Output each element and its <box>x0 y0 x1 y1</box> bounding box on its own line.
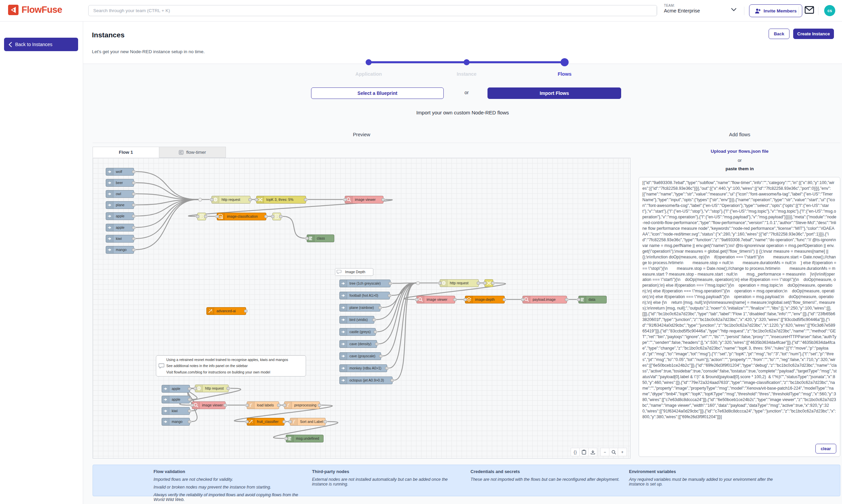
flow-node-load labels[interactable]: fload labels <box>247 401 279 409</box>
flow-node-monkey (rdbu A0>1)[interactable]: monkey (rdbu A0>1) <box>339 364 387 372</box>
output-port[interactable] <box>188 398 191 401</box>
import-flows-button[interactable]: Import Flows <box>488 88 621 99</box>
step-dot-flows[interactable] <box>561 58 568 66</box>
flow-node-castle (greys)[interactable]: castle (greys) <box>339 328 376 336</box>
output-port[interactable] <box>453 298 457 301</box>
flowfuse-logo[interactable]: FlowFuse <box>8 5 62 15</box>
input-port[interactable] <box>463 298 467 301</box>
input-port[interactable] <box>305 237 309 240</box>
flow-preview-canvas[interactable]: Using a retrained resnet model trained t… <box>92 158 631 458</box>
output-port[interactable] <box>304 198 308 201</box>
output-port[interactable] <box>323 420 327 423</box>
flow-node-preprocessing[interactable]: fpreprocessing <box>284 401 320 409</box>
input-port[interactable] <box>344 198 347 201</box>
flow-node-plane[interactable]: plane <box>106 201 134 209</box>
output-port[interactable] <box>132 181 135 184</box>
flow-node-cave (density)[interactable]: cave (density) <box>339 340 377 348</box>
input-port[interactable] <box>415 298 419 301</box>
flow-node-wolf[interactable]: wolf <box>106 168 134 176</box>
flow-node-advanced-ai[interactable]: advanced-ai <box>206 307 246 315</box>
output-port[interactable] <box>204 215 207 218</box>
input-port[interactable] <box>245 420 249 423</box>
output-port[interactable] <box>188 420 191 423</box>
back-to-instances-button[interactable]: Back to Instances <box>4 38 78 51</box>
back-button[interactable]: Back <box>769 29 789 39</box>
invite-members-button[interactable]: Invite Members <box>749 4 802 17</box>
flow-node-small1[interactable] <box>197 213 206 220</box>
input-port[interactable] <box>483 282 487 285</box>
flow-node-msg.undefined[interactable]: msg.undefined <box>286 435 323 443</box>
notifications-mail-icon[interactable] <box>805 6 814 14</box>
flow-node-owl[interactable]: owl <box>106 190 134 198</box>
flow-node-apple[interactable]: apple <box>162 396 190 403</box>
flow-node-apple[interactable]: apple <box>106 212 134 220</box>
download-icon[interactable] <box>588 448 597 456</box>
flow-node-bird (viridis)[interactable]: bird (viridis) <box>339 316 374 324</box>
flow-node-football (hot A1>0)[interactable]: football (hot A1>0) <box>339 292 390 300</box>
clipboard-icon[interactable] <box>579 448 589 456</box>
output-port[interactable] <box>132 215 135 218</box>
output-port[interactable] <box>565 298 568 301</box>
team-search-input[interactable] <box>88 5 657 16</box>
flow-node-small2[interactable] <box>273 213 281 220</box>
output-port[interactable] <box>282 420 286 423</box>
zoom-out-icon[interactable]: − <box>600 448 609 456</box>
output-port[interactable] <box>375 342 379 345</box>
input-port[interactable] <box>245 404 249 407</box>
input-port[interactable] <box>271 215 275 218</box>
user-avatar[interactable]: cs <box>824 5 835 16</box>
input-port[interactable] <box>438 282 442 285</box>
flow-node-image-classification[interactable]: image-classification <box>217 213 266 220</box>
input-port[interactable] <box>288 420 292 423</box>
flow-node-Sort and Label[interactable]: fSort and Label <box>290 418 326 426</box>
input-port[interactable] <box>255 198 258 201</box>
flow-node-octopus (jet A0.9>0.3)[interactable]: octopus (jet A0.9>0.3) <box>339 377 392 384</box>
output-port[interactable] <box>379 355 383 358</box>
output-port[interactable] <box>388 294 391 297</box>
flow-node-mango[interactable]: mango <box>106 246 134 254</box>
output-port[interactable] <box>390 379 394 382</box>
input-port[interactable] <box>215 215 219 218</box>
tab-flow-1[interactable]: Flow 1 <box>92 147 159 158</box>
flow-node-image viewer[interactable]: image viewer <box>345 196 384 203</box>
output-port[interactable] <box>248 198 252 201</box>
flow-node-topK 3, thres: 5%[interactable]: topK 3, thres: 5% <box>256 196 306 203</box>
input-port[interactable] <box>284 437 288 440</box>
flow-node-class[interactable]: class <box>307 234 334 242</box>
step-dot-application[interactable] <box>366 59 372 65</box>
output-port[interactable] <box>132 226 135 229</box>
flow-node-beer[interactable]: beer <box>106 179 134 187</box>
output-port[interactable] <box>244 309 247 312</box>
flow-node-image viewer[interactable]: image viewer <box>417 296 455 304</box>
output-port[interactable] <box>132 248 135 251</box>
flow-node-cave (grayscale)[interactable]: cave (grayscale) <box>339 352 381 360</box>
input-port[interactable] <box>194 387 197 390</box>
flow-node-kiwi[interactable]: kiwi <box>106 235 134 242</box>
flows-json-textarea[interactable]: [{"id":"9a693308.7ebaf","type":"subflow"… <box>639 177 840 457</box>
output-port[interactable] <box>388 282 392 285</box>
flow-node-mango[interactable]: mango <box>162 418 190 426</box>
flow-node-data[interactable]: data <box>578 296 607 304</box>
flow-node-apple[interactable]: apple <box>106 224 134 232</box>
output-port[interactable] <box>188 387 191 390</box>
output-port[interactable] <box>188 410 191 413</box>
flow-node-image-depth[interactable]: image-depth <box>465 296 505 304</box>
output-port[interactable] <box>264 215 268 218</box>
output-port[interactable] <box>224 404 227 407</box>
input-port[interactable] <box>577 298 580 301</box>
flow-junction[interactable] <box>416 281 420 285</box>
flow-junction[interactable] <box>198 198 202 201</box>
output-port[interactable] <box>379 306 382 309</box>
zoom-reset-icon[interactable] <box>609 448 618 456</box>
flow-node-Image Depth[interactable]: Image Depth <box>335 268 373 276</box>
input-port[interactable] <box>196 215 199 218</box>
output-port[interactable] <box>132 170 135 173</box>
braces-icon[interactable]: { } <box>571 448 580 456</box>
create-instance-button[interactable]: Create Instance <box>793 29 834 39</box>
output-port[interactable] <box>227 387 230 390</box>
flow-node-http request[interactable]: http request <box>440 279 479 287</box>
flow-node-sw2[interactable] <box>485 279 493 287</box>
input-port[interactable] <box>283 404 286 407</box>
output-port[interactable] <box>477 282 480 285</box>
output-port[interactable] <box>132 193 135 196</box>
